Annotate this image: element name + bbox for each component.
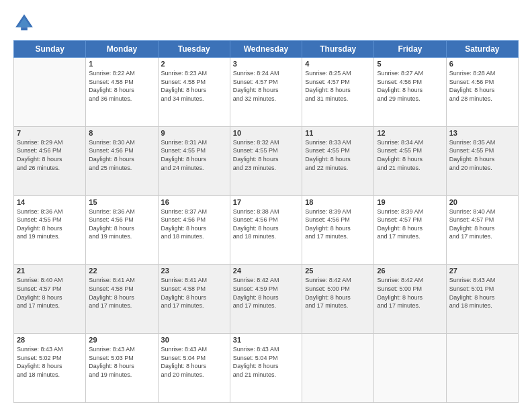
- day-cell: 1Sunrise: 8:22 AM Sunset: 4:58 PM Daylig…: [86, 58, 158, 127]
- day-cell: 14Sunrise: 8:36 AM Sunset: 4:55 PM Dayli…: [14, 195, 86, 265]
- day-cell: [14, 58, 86, 127]
- calendar-body: 1Sunrise: 8:22 AM Sunset: 4:58 PM Daylig…: [14, 58, 519, 403]
- day-cell: [374, 334, 446, 403]
- day-info: Sunrise: 8:27 AM Sunset: 4:56 PM Dayligh…: [377, 69, 443, 103]
- day-cell: 5Sunrise: 8:27 AM Sunset: 4:56 PM Daylig…: [374, 58, 446, 127]
- day-info: Sunrise: 8:33 AM Sunset: 4:55 PM Dayligh…: [305, 138, 371, 172]
- day-info: Sunrise: 8:24 AM Sunset: 4:57 PM Dayligh…: [233, 69, 299, 103]
- day-info: Sunrise: 8:43 AM Sunset: 5:01 PM Dayligh…: [449, 276, 515, 310]
- day-cell: 22Sunrise: 8:41 AM Sunset: 4:58 PM Dayli…: [86, 265, 158, 334]
- calendar-week-3: 21Sunrise: 8:40 AM Sunset: 4:57 PM Dayli…: [14, 265, 519, 334]
- day-cell: 16Sunrise: 8:37 AM Sunset: 4:56 PM Dayli…: [158, 195, 230, 265]
- day-cell: 30Sunrise: 8:43 AM Sunset: 5:04 PM Dayli…: [158, 334, 230, 403]
- day-number: 26: [377, 267, 443, 275]
- day-number: 14: [17, 198, 83, 206]
- calendar-week-4: 28Sunrise: 8:43 AM Sunset: 5:02 PM Dayli…: [14, 334, 519, 403]
- day-number: 12: [377, 129, 443, 137]
- day-number: 22: [89, 267, 154, 275]
- day-number: 19: [377, 198, 443, 206]
- day-number: 23: [161, 267, 227, 275]
- day-cell: 13Sunrise: 8:35 AM Sunset: 4:55 PM Dayli…: [446, 126, 518, 195]
- day-cell: 7Sunrise: 8:29 AM Sunset: 4:56 PM Daylig…: [14, 126, 86, 195]
- day-cell: 2Sunrise: 8:23 AM Sunset: 4:58 PM Daylig…: [158, 58, 230, 127]
- calendar-week-2: 14Sunrise: 8:36 AM Sunset: 4:55 PM Dayli…: [14, 195, 519, 265]
- day-cell: 19Sunrise: 8:39 AM Sunset: 4:57 PM Dayli…: [374, 195, 446, 265]
- day-info: Sunrise: 8:43 AM Sunset: 5:04 PM Dayligh…: [233, 345, 299, 379]
- day-number: 4: [305, 60, 371, 68]
- day-info: Sunrise: 8:40 AM Sunset: 4:57 PM Dayligh…: [17, 276, 83, 310]
- day-cell: 18Sunrise: 8:39 AM Sunset: 4:56 PM Dayli…: [302, 195, 374, 265]
- day-info: Sunrise: 8:25 AM Sunset: 4:57 PM Dayligh…: [305, 69, 371, 103]
- day-number: 28: [17, 336, 83, 344]
- day-cell: 11Sunrise: 8:33 AM Sunset: 4:55 PM Dayli…: [302, 126, 374, 195]
- day-info: Sunrise: 8:34 AM Sunset: 4:55 PM Dayligh…: [377, 138, 443, 172]
- day-number: 25: [305, 267, 371, 275]
- day-cell: 15Sunrise: 8:36 AM Sunset: 4:56 PM Dayli…: [86, 195, 158, 265]
- day-cell: [446, 334, 518, 403]
- day-info: Sunrise: 8:38 AM Sunset: 4:56 PM Dayligh…: [233, 208, 299, 241]
- day-cell: 28Sunrise: 8:43 AM Sunset: 5:02 PM Dayli…: [14, 334, 86, 403]
- day-info: Sunrise: 8:41 AM Sunset: 4:58 PM Dayligh…: [161, 276, 227, 310]
- day-cell: 12Sunrise: 8:34 AM Sunset: 4:55 PM Dayli…: [374, 126, 446, 195]
- day-number: 8: [89, 129, 154, 137]
- day-cell: 26Sunrise: 8:42 AM Sunset: 5:00 PM Dayli…: [374, 265, 446, 334]
- day-number: 30: [161, 336, 227, 344]
- day-number: 21: [17, 267, 83, 275]
- day-cell: 25Sunrise: 8:42 AM Sunset: 5:00 PM Dayli…: [302, 265, 374, 334]
- day-number: 1: [89, 60, 154, 68]
- day-cell: [302, 334, 374, 403]
- calendar-header: SundayMondayTuesdayWednesdayThursdayFrid…: [14, 41, 519, 58]
- day-cell: 20Sunrise: 8:40 AM Sunset: 4:57 PM Dayli…: [446, 195, 518, 265]
- day-number: 18: [305, 198, 371, 206]
- weekday-header-friday: Friday: [374, 41, 446, 58]
- day-number: 16: [161, 198, 227, 206]
- day-info: Sunrise: 8:42 AM Sunset: 4:59 PM Dayligh…: [233, 276, 299, 310]
- day-cell: 17Sunrise: 8:38 AM Sunset: 4:56 PM Dayli…: [230, 195, 302, 265]
- day-number: 2: [161, 60, 227, 68]
- logo-icon: [13, 12, 35, 34]
- day-number: 9: [161, 129, 227, 137]
- weekday-row: SundayMondayTuesdayWednesdayThursdayFrid…: [14, 41, 519, 58]
- svg-rect-2: [21, 27, 28, 30]
- day-info: Sunrise: 8:39 AM Sunset: 4:57 PM Dayligh…: [377, 208, 443, 241]
- day-info: Sunrise: 8:29 AM Sunset: 4:56 PM Dayligh…: [17, 138, 83, 172]
- day-number: 27: [449, 267, 515, 275]
- day-number: 13: [449, 129, 515, 137]
- day-cell: 6Sunrise: 8:28 AM Sunset: 4:56 PM Daylig…: [446, 58, 518, 127]
- day-info: Sunrise: 8:39 AM Sunset: 4:56 PM Dayligh…: [305, 208, 371, 241]
- day-number: 5: [377, 60, 443, 68]
- day-cell: 4Sunrise: 8:25 AM Sunset: 4:57 PM Daylig…: [302, 58, 374, 127]
- day-cell: 3Sunrise: 8:24 AM Sunset: 4:57 PM Daylig…: [230, 58, 302, 127]
- day-number: 17: [233, 198, 299, 206]
- day-info: Sunrise: 8:35 AM Sunset: 4:55 PM Dayligh…: [449, 138, 515, 172]
- day-info: Sunrise: 8:22 AM Sunset: 4:58 PM Dayligh…: [89, 69, 154, 103]
- day-number: 3: [233, 60, 299, 68]
- day-info: Sunrise: 8:40 AM Sunset: 4:57 PM Dayligh…: [449, 208, 515, 241]
- header: [13, 12, 519, 34]
- day-number: 6: [449, 60, 515, 68]
- calendar-week-0: 1Sunrise: 8:22 AM Sunset: 4:58 PM Daylig…: [14, 58, 519, 127]
- weekday-header-wednesday: Wednesday: [230, 41, 302, 58]
- day-info: Sunrise: 8:32 AM Sunset: 4:55 PM Dayligh…: [233, 138, 299, 172]
- day-info: Sunrise: 8:37 AM Sunset: 4:56 PM Dayligh…: [161, 208, 227, 241]
- day-cell: 27Sunrise: 8:43 AM Sunset: 5:01 PM Dayli…: [446, 265, 518, 334]
- weekday-header-monday: Monday: [86, 41, 158, 58]
- day-number: 10: [233, 129, 299, 137]
- day-info: Sunrise: 8:42 AM Sunset: 5:00 PM Dayligh…: [305, 276, 371, 310]
- day-number: 11: [305, 129, 371, 137]
- day-info: Sunrise: 8:43 AM Sunset: 5:02 PM Dayligh…: [17, 345, 83, 379]
- day-cell: 31Sunrise: 8:43 AM Sunset: 5:04 PM Dayli…: [230, 334, 302, 403]
- weekday-header-tuesday: Tuesday: [158, 41, 230, 58]
- logo: [13, 12, 38, 34]
- day-cell: 8Sunrise: 8:30 AM Sunset: 4:56 PM Daylig…: [86, 126, 158, 195]
- day-info: Sunrise: 8:43 AM Sunset: 5:04 PM Dayligh…: [161, 345, 227, 379]
- day-info: Sunrise: 8:43 AM Sunset: 5:03 PM Dayligh…: [89, 345, 154, 379]
- day-info: Sunrise: 8:42 AM Sunset: 5:00 PM Dayligh…: [377, 276, 443, 310]
- day-number: 24: [233, 267, 299, 275]
- calendar-table: SundayMondayTuesdayWednesdayThursdayFrid…: [13, 40, 519, 403]
- weekday-header-thursday: Thursday: [302, 41, 374, 58]
- day-number: 15: [89, 198, 154, 206]
- day-number: 31: [233, 336, 299, 344]
- day-info: Sunrise: 8:23 AM Sunset: 4:58 PM Dayligh…: [161, 69, 227, 103]
- day-cell: 24Sunrise: 8:42 AM Sunset: 4:59 PM Dayli…: [230, 265, 302, 334]
